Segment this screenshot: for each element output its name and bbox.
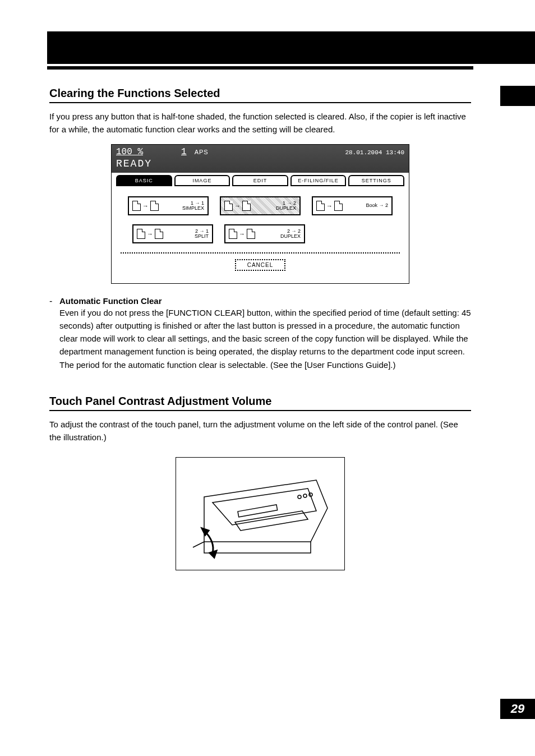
header-rule: [47, 66, 473, 70]
svg-point-1: [303, 494, 307, 497]
page-number: 29: [500, 699, 535, 719]
section-intro: If you press any button that is half-ton…: [49, 110, 471, 136]
svg-marker-5: [210, 551, 216, 557]
section2-heading: Touch Panel Contrast Adjustment Volume: [49, 395, 471, 408]
tab-settings[interactable]: SETTINGS: [348, 175, 404, 186]
zoom-percent: 100 %: [116, 147, 143, 157]
touch-panel-screenshot: 100 % 1 APS 28.01.2004 13:40 READY BASIC…: [111, 144, 409, 284]
button-1to2-duplex-label: 1 → 2 DUPLEX: [254, 201, 296, 211]
mode-label: APS: [195, 149, 209, 155]
button-2to2-duplex-label: 2 → 2 DUPLEX: [259, 229, 301, 239]
copy-count: 1: [181, 147, 187, 157]
button-split[interactable]: → 2 → 1 SPLIT: [132, 224, 213, 243]
button-book-to-2[interactable]: → Book → 2: [312, 196, 393, 215]
sub-body-1: Even if you do not press the [FUNCTION C…: [59, 306, 471, 358]
button-2to2-duplex[interactable]: → 2 → 2 DUPLEX: [224, 224, 305, 243]
control-panel-illustration: [176, 457, 345, 570]
svg-point-0: [298, 495, 301, 499]
copier-panel-icon: [182, 463, 339, 564]
tab-image[interactable]: IMAGE: [174, 175, 230, 186]
button-simplex-label: 1 → 1 SIMPLEX: [162, 201, 204, 211]
datetime: 28.01.2004 13:40: [345, 149, 404, 156]
button-1to2-duplex[interactable]: → 1 → 2 DUPLEX: [220, 196, 301, 215]
status-ready: READY: [116, 158, 404, 169]
sub-body-2: The period for the automatic function cl…: [59, 358, 471, 371]
tab-basic[interactable]: BASIC: [116, 175, 172, 186]
bullet-dash: -: [49, 296, 59, 306]
section-heading: Clearing the Functions Selected: [49, 87, 471, 100]
heading-rule: [49, 102, 471, 103]
page-number-value: 29: [511, 702, 524, 716]
button-simplex[interactable]: → 1 → 1 SIMPLEX: [128, 196, 209, 215]
button-book-to-2-label: Book → 2: [346, 203, 388, 208]
header-black-bar: [47, 31, 535, 64]
tab-efiling-file[interactable]: E-FILING/FILE: [290, 175, 347, 186]
button-split-label: 2 → 1 SPLIT: [167, 229, 209, 239]
svg-rect-3: [238, 505, 278, 517]
sub-heading: Automatic Function Clear: [59, 296, 162, 306]
side-thumb-tab: [500, 86, 535, 106]
tab-edit[interactable]: EDIT: [232, 175, 288, 186]
heading-rule-2: [49, 410, 471, 411]
cancel-button[interactable]: CANCEL: [235, 259, 286, 271]
section2-intro: To adjust the contrast of the touch pane…: [49, 418, 471, 444]
